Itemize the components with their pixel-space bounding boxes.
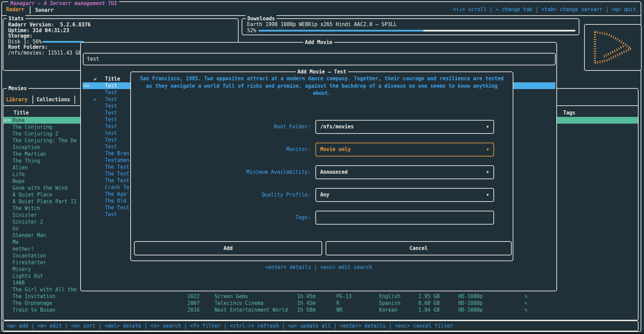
result-title: The Test — [105, 164, 129, 170]
result-title: Test — [105, 89, 117, 96]
chevron-down-icon: ▼ — [486, 143, 489, 156]
result-title: test — [105, 130, 117, 137]
field-label: Root Folder: — [135, 123, 311, 130]
result-title: Testamen — [105, 157, 129, 164]
result-title: Test — [105, 96, 117, 103]
field-select[interactable]: Any▼ — [315, 188, 494, 202]
app-title: Managarr – A Servarr management TUI — [8, 0, 119, 6]
field-label: Tags: — [135, 214, 311, 221]
result-title: The Test — [105, 204, 129, 211]
result-title: Test — [105, 137, 117, 143]
result-title: The Test — [105, 177, 129, 184]
result-title: The Bran — [105, 150, 129, 157]
bottom-help-text: <a> add | <e> edit | <o> sort | <del> de… — [7, 321, 453, 331]
field-value: Any — [320, 189, 329, 201]
modal-form: Root Folder:/nfs/movies▼Monitor:Movie on… — [131, 72, 513, 260]
chevron-down-icon: ▼ — [486, 121, 489, 133]
popup-footer-help: <enter> details | <esc> edit search — [80, 264, 557, 270]
result-title: Crash Te — [105, 184, 129, 191]
chevron-down-icon: ▼ — [486, 166, 489, 179]
result-title: The Old — [105, 197, 126, 204]
result-title: Test — [105, 143, 117, 150]
field-select[interactable]: Movie only▼ — [315, 143, 494, 156]
result-title: Test — [105, 109, 117, 116]
result-title: The Test — [105, 170, 129, 177]
field-label: Quality Profile: — [135, 191, 311, 198]
result-title: Test — [105, 103, 117, 109]
terminal-edge — [0, 333, 644, 334]
result-title: Test — [105, 116, 117, 123]
cancel-button[interactable]: Cancel — [326, 241, 512, 255]
chevron-down-icon: ▼ — [486, 189, 489, 201]
selected-result-marker: => — [83, 82, 89, 89]
field-select[interactable]: Announced▼ — [315, 165, 494, 179]
bottom-help-bar: <a> add | <e> edit | <o> sort | <del> de… — [3, 320, 639, 331]
add-button[interactable]: Add — [134, 241, 322, 255]
field-label: Monitor: — [135, 146, 311, 153]
tab-radarr[interactable]: Radarr — [6, 6, 24, 13]
result-title: Test — [105, 82, 117, 89]
result-title: Test — [105, 123, 117, 130]
top-help-text: <↑↓> scroll | ↔ change tab | <tab> chang… — [453, 6, 636, 13]
tab-sonarr[interactable]: Sonarr — [35, 6, 53, 14]
field-value: /nfs/movies — [320, 121, 354, 133]
field-value: Announced — [320, 166, 348, 179]
result-title: Test — [105, 211, 117, 218]
field-value: Movie only — [320, 143, 351, 156]
servarr-tab-separator — [30, 6, 30, 14]
result-title: The Aga' — [105, 191, 129, 197]
field-select[interactable]: /nfs/movies▼ — [315, 120, 494, 134]
in-library-check-icon: ✔ — [94, 96, 97, 103]
field-input[interactable] — [315, 211, 494, 225]
managarr-tui-screen: Movies Library Collections Title Tags =>… — [0, 0, 644, 334]
field-label: Minimum Availability: — [135, 169, 311, 175]
add-movie-modal: Add Movie – Test San Francisco, 1985. Tw… — [130, 71, 513, 261]
